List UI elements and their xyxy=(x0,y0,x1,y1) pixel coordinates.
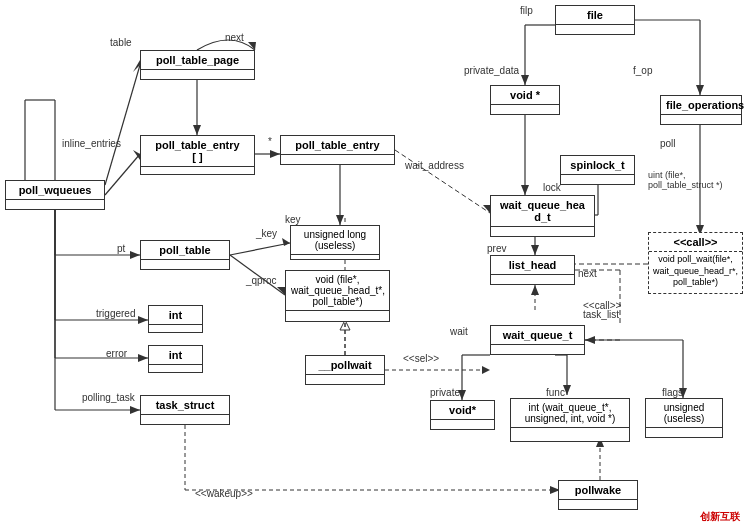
svg-marker-9 xyxy=(521,185,529,195)
svg-marker-36 xyxy=(270,150,280,158)
poll-table-box: poll_table xyxy=(140,240,230,270)
void-func-box: void (file*, wait_queue_head_t*, poll_ta… xyxy=(285,270,390,322)
prev-label: prev xyxy=(487,243,506,254)
svg-marker-14 xyxy=(531,245,539,255)
svg-marker-56 xyxy=(277,287,285,295)
void-star-bottom-box: void* xyxy=(430,400,495,430)
poll-label: poll xyxy=(660,138,676,149)
svg-marker-2 xyxy=(696,85,704,95)
diagram: file file_operations void * spinlock_t p… xyxy=(0,0,745,529)
next-label: next xyxy=(225,32,244,43)
unsigned-useless-box: unsigned (useless) xyxy=(645,398,723,438)
next-lh-label: next xyxy=(578,268,597,279)
_qproc-label: _qproc xyxy=(246,275,277,286)
poll-table-entry-box: poll_table_entry xyxy=(280,135,395,165)
svg-marker-18 xyxy=(585,336,595,344)
pt-label: pt xyxy=(117,243,125,254)
file-box: file xyxy=(555,5,635,35)
private-label: private xyxy=(430,387,460,398)
svg-marker-20 xyxy=(531,285,539,295)
wait-label: wait xyxy=(450,326,468,337)
flags-label: flags xyxy=(662,387,683,398)
sel-label: <<sel>> xyxy=(403,353,439,364)
poll-wqueues-box: poll_wqueues xyxy=(5,180,105,210)
svg-marker-49 xyxy=(138,354,148,362)
filp-label: filp xyxy=(520,5,533,16)
private-data-label: private_data xyxy=(464,65,519,76)
lock-label: lock xyxy=(543,182,561,193)
table-label: table xyxy=(110,37,132,48)
_key-label: _key xyxy=(256,228,277,239)
svg-marker-43 xyxy=(130,251,140,259)
func-label: func xyxy=(546,387,565,398)
uint-label: uint (file*, poll_table_struct *) xyxy=(648,170,745,190)
pollwake-box: pollwake xyxy=(558,480,638,510)
int2-box: int xyxy=(148,345,203,373)
watermark: 创新互联 xyxy=(700,510,740,524)
wait-address-label: wait_address xyxy=(405,160,464,171)
wait-queue-head-t-box: wait_queue_hea d_t xyxy=(490,195,595,237)
svg-marker-54 xyxy=(282,238,290,246)
polling-task-label: polling_task xyxy=(82,392,135,403)
svg-marker-60 xyxy=(336,215,344,225)
spinlock-t-box: spinlock_t xyxy=(560,155,635,185)
unsigned-long-box: unsigned long (useless) xyxy=(290,225,380,260)
star-label: * xyxy=(268,136,272,147)
inline-entries-label: inline_entries xyxy=(62,138,121,149)
svg-marker-52 xyxy=(130,406,140,414)
svg-marker-46 xyxy=(138,316,148,324)
svg-marker-40 xyxy=(133,150,140,160)
pollwait-box: __pollwait xyxy=(305,355,385,385)
void-star-top-box: void * xyxy=(490,85,560,115)
svg-marker-64 xyxy=(482,366,490,374)
arrows-svg xyxy=(0,0,745,529)
triggered-label: triggered xyxy=(96,308,135,319)
poll-table-entry-arr-box: poll_table_entry [ ] xyxy=(140,135,255,175)
svg-marker-32 xyxy=(248,42,256,50)
file-operations-box: file_operations xyxy=(660,95,742,125)
error-label: error xyxy=(106,348,127,359)
wait-queue-t-box: wait_queue_t xyxy=(490,325,585,355)
svg-line-53 xyxy=(230,243,290,255)
f-op-label: f_op xyxy=(633,65,652,76)
poll-table-page-box: poll_table_page xyxy=(140,50,255,80)
svg-marker-38 xyxy=(133,60,140,72)
key-label: key xyxy=(285,214,301,225)
svg-line-39 xyxy=(105,154,140,195)
list-head-box: list_head xyxy=(490,255,575,285)
call-box: <<call>> void poll_wait(file*,wait_queue… xyxy=(648,232,743,294)
svg-marker-34 xyxy=(193,125,201,135)
svg-line-37 xyxy=(105,65,140,185)
svg-marker-5 xyxy=(521,75,529,85)
int1-box: int xyxy=(148,305,203,333)
call-label2: <<call>> xyxy=(583,300,621,311)
wakeup-label: <<wakeup>> xyxy=(195,488,253,499)
int-func-box: int (wait_queue_t*, unsigned, int, void … xyxy=(510,398,630,442)
task-struct-box: task_struct xyxy=(140,395,230,425)
